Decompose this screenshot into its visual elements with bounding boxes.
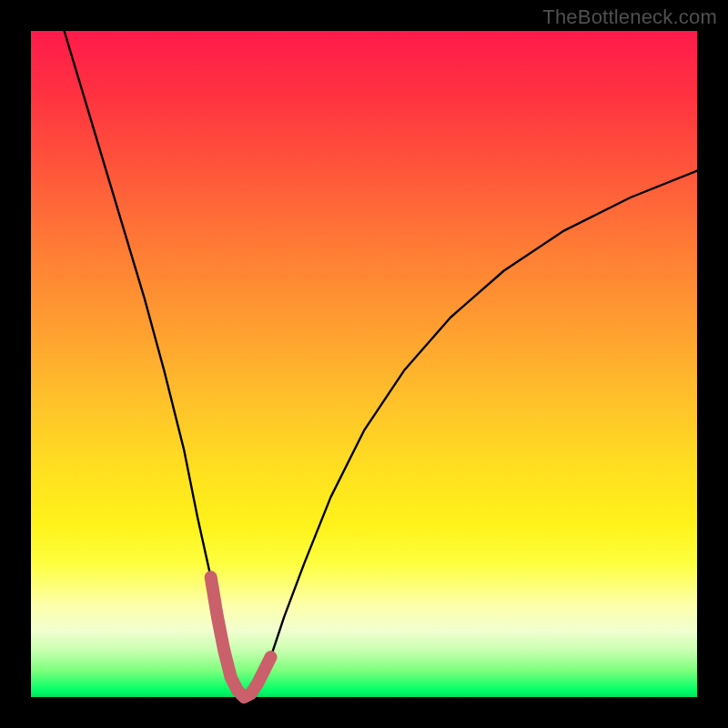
plot-area [31,31,697,697]
watermark-text: TheBottleneck.com [542,5,717,29]
bottleneck-curve [65,31,697,697]
bottleneck-curve-highlight [211,577,271,697]
curve-layer [31,31,697,697]
chart-frame: TheBottleneck.com [0,0,728,728]
